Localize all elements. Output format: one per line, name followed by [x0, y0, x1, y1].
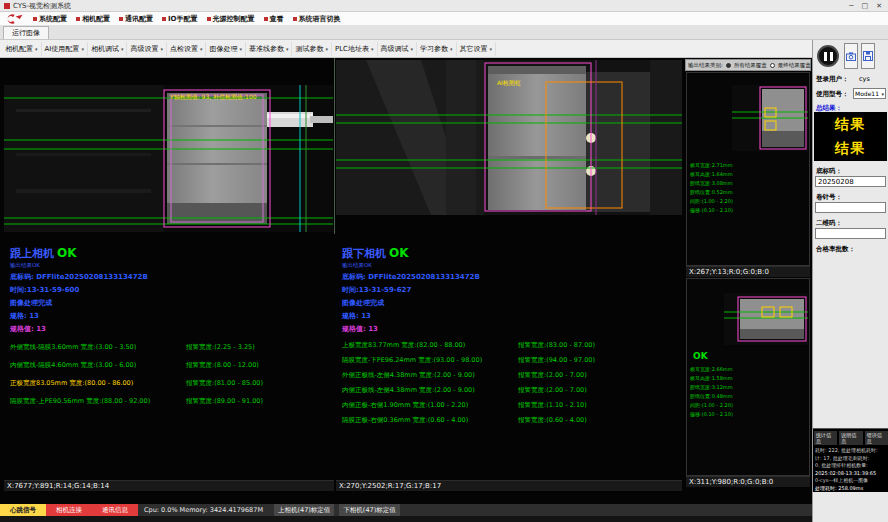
toolbar-button-plc-address[interactable]: PLC地址表▾ — [332, 42, 378, 56]
menu-item-system-config[interactable]: 系统配置 — [33, 14, 67, 24]
aux-measure-line: 极耳宽度:2.71mm — [690, 161, 733, 170]
aux-camera-panel-bottom[interactable]: OK 极耳宽度:2.66mm 极耳高度:1.58mm 胶纸宽度:3.12mm 胶… — [686, 278, 810, 476]
chevron-down-icon: ▾ — [411, 46, 414, 52]
barcode-input[interactable] — [815, 176, 886, 187]
measurement-row: 隔膜正极-右侧0.36mm 宽度:(0.60 - 4.00)报警宽度:(0.60… — [342, 416, 682, 425]
pause-icon — [830, 52, 833, 61]
measurement-alarm: 报警宽度:(81.00 - 85.00) — [186, 379, 263, 388]
measurement-row: 隔膜宽度-下PE96.24mm 宽度:(93.00 - 98.00)报警宽度:(… — [342, 356, 682, 365]
measurement-name: 外侧宽线-隔膜3.60mm 宽度:(3.00 - 3.50) — [10, 343, 186, 352]
right-camera-name: 跟下相机 — [342, 246, 386, 261]
camera-link-indicator: 相机连接 — [46, 504, 92, 516]
pause-button[interactable] — [817, 45, 839, 67]
toolbar-label: 其它设置 — [460, 44, 488, 54]
aux-top-camera-image — [732, 85, 808, 151]
left-sub-result: 输出结果OK — [10, 262, 338, 269]
toolbar: 相机配置▾ AI使用配置▾ 相机调试▾ 高级设置▾ 点检设置▾ 图像处理▾ 基准… — [0, 40, 812, 58]
measurement-row: 外侧宽线-隔膜3.60mm 宽度:(3.00 - 3.50)报警宽度:(2.25… — [10, 343, 338, 352]
pause-icon — [824, 52, 827, 61]
measurement-row: 隔膜宽度-上PE90.56mm 宽度:(88.00 - 92.00)报警宽度:(… — [10, 397, 338, 406]
snapshot-camera-button[interactable] — [844, 43, 858, 69]
menu-bullet-icon — [207, 17, 211, 21]
total-result-line: 结果 — [814, 136, 887, 160]
toolbar-label: 测试参数 — [295, 44, 323, 54]
window-controls: ─ □ ✕ — [849, 2, 884, 10]
menu-item-io-config[interactable]: IO手配置 — [162, 14, 198, 24]
menu-label: 相机配置 — [82, 14, 110, 24]
right-result-status: OK — [389, 246, 409, 260]
toolbar-label: 点检设置 — [170, 44, 198, 54]
save-image-button[interactable] — [861, 43, 875, 69]
menu-item-comm-config[interactable]: 通讯配置 — [119, 14, 153, 24]
app-icon — [4, 3, 10, 9]
left-camera-image[interactable] — [4, 85, 333, 232]
camera-icon — [846, 52, 856, 61]
toolbar-button-baseline-params[interactable]: 基准线参数▾ — [246, 42, 293, 56]
toolbar-button-spot-check[interactable]: 点检设置▾ — [167, 42, 207, 56]
toolbar-button-image-process[interactable]: 图像处理▾ — [206, 42, 246, 56]
qr-code-input[interactable] — [815, 228, 886, 239]
menu-item-language-switch[interactable]: 系统语言切换 — [293, 14, 341, 24]
stat-process-time-line: 处理耗时: 258.09ms — [813, 485, 888, 493]
menu-item-view[interactable]: 查看 — [264, 14, 284, 24]
toolbar-button-ai-config[interactable]: AI使用配置▾ — [42, 42, 88, 56]
chevron-down-icon: ▾ — [881, 91, 884, 97]
aux-bottom-measurements: 极耳宽度:2.66mm 极耳高度:1.58mm 胶纸宽度:3.12mm 胶纸位置… — [690, 365, 733, 419]
toolbar-button-advanced-debug[interactable]: 高级调试▾ — [378, 42, 418, 56]
panel-divider — [334, 58, 335, 234]
left-spec-value-line: 规格值: 13 — [10, 324, 338, 334]
toolbar-button-test-params[interactable]: 测试参数▾ — [292, 42, 332, 56]
output-mode-radio-all[interactable] — [726, 63, 731, 68]
bottom-camera-calibration-label: 下相机(47)标定值 — [339, 504, 399, 516]
measurement-name: 正极宽度83.05mm 宽度:(80.00 - 86.00) — [10, 379, 186, 388]
aux-measure-line: 偏移:(0.10 - 2.10) — [690, 206, 733, 215]
toolbar-button-camera-debug[interactable]: 相机调试▾ — [88, 42, 128, 56]
minimize-button[interactable]: ─ — [849, 2, 853, 10]
measurement-name: 内侧正极-右侧1.90mm 宽度:(1.00 - 2.20) — [342, 401, 518, 410]
output-mode-option-all[interactable]: 所有结果覆盖 — [734, 62, 767, 69]
toolbar-button-other-settings[interactable]: 其它设置▾ — [457, 42, 497, 56]
total-result-display: 结果 结果 — [814, 112, 887, 161]
window-title: CYS-视觉检测系统 — [13, 1, 846, 11]
reel-number-label: 卷针号： — [816, 193, 842, 202]
tab-statistics[interactable]: 统计信息 — [814, 431, 837, 445]
chevron-down-icon: ▾ — [160, 46, 163, 52]
toolbar-button-learning-params[interactable]: 学习参数▾ — [417, 42, 457, 56]
reel-number-input[interactable] — [815, 202, 886, 213]
right-result-title: 跟下相机 OK — [342, 246, 682, 261]
left-measurement-table: 外侧宽线-隔膜3.60mm 宽度:(3.00 - 3.50)报警宽度:(2.25… — [10, 343, 338, 406]
toolbar-label: 高级设置 — [130, 44, 158, 54]
menu-item-light-config[interactable]: 光源控制配置 — [207, 14, 255, 24]
chevron-down-icon: ▾ — [35, 46, 38, 52]
bottom-edge — [0, 516, 812, 522]
chevron-down-icon: ▾ — [239, 46, 242, 52]
chevron-down-icon: ▾ — [286, 46, 289, 52]
statistics-tabs: 统计信息 说明信息 错误信息 — [813, 429, 888, 447]
right-cursor-readout: X:270;Y:2502;R:17;G:17;B:17 — [336, 480, 682, 491]
menu-item-camera-config[interactable]: 相机配置 — [76, 14, 110, 24]
model-select[interactable]: Mode11 ▾ — [853, 88, 886, 99]
tab-run-image[interactable]: 运行图像 — [3, 26, 49, 39]
left-spec-line: 规格: 13 — [10, 311, 338, 321]
left-overlay-measure-label: Y轴检测值: 93, 补偿检测值:100 — [170, 93, 257, 102]
right-measurement-table: 上极宽度83.77mm 宽度:(82.00 - 88.00)报警宽度:(83.0… — [342, 341, 682, 425]
tab-errors[interactable]: 错误信息 — [865, 431, 888, 445]
aux-camera-panel-top[interactable]: 极耳宽度:2.71mm 极耳高度:1.64mm 胶纸宽度:3.08mm 胶纸位置… — [686, 72, 810, 266]
toolbar-button-camera-config[interactable]: 相机配置▾ — [2, 42, 42, 56]
measurement-name: 内侧宽线-隔膜4.60mm 宽度:(3.00 - 6.00) — [10, 361, 186, 370]
aux-top-cursor-readout: X:267;Y:13;R:0;G:0;B:0 — [686, 266, 810, 277]
menu-label: IO手配置 — [168, 14, 198, 24]
toolbar-label: AI使用配置 — [45, 44, 80, 54]
measurement-name: 隔膜宽度-下PE96.24mm 宽度:(93.00 - 98.00) — [342, 356, 518, 365]
menu-label: 光源控制配置 — [213, 14, 255, 24]
toolbar-button-advanced-settings[interactable]: 高级设置▾ — [127, 42, 167, 56]
maximize-button[interactable]: □ — [862, 2, 869, 10]
measurement-alarm: 报警宽度:(83.00 - 87.00) — [518, 341, 595, 350]
output-mode-radio-final[interactable] — [770, 63, 775, 68]
measurement-name: 外侧正极线-左侧4.38mm 宽度:(2.00 - 9.00) — [342, 371, 518, 380]
output-mode-option-final[interactable]: 最终结果覆盖 — [778, 62, 811, 69]
tab-description[interactable]: 说明信息 — [839, 431, 862, 445]
measurement-alarm: 报警宽度:(2.00 - 7.00) — [518, 386, 587, 395]
close-button[interactable]: ✕ — [876, 2, 882, 10]
barcode-label: 底标码： — [816, 167, 842, 176]
